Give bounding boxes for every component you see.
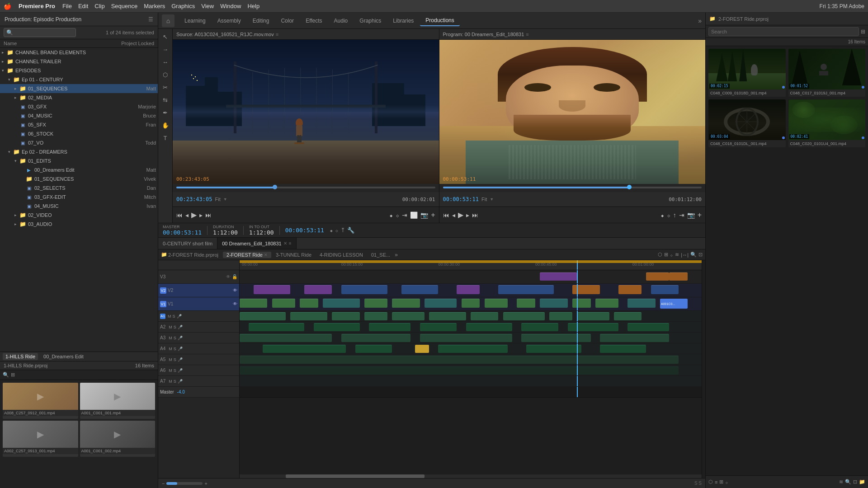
ap-tool-8[interactable]: 📁 bbox=[859, 479, 865, 485]
timeline-scrollbar[interactable] bbox=[240, 474, 702, 478]
hand-tool[interactable]: ✋ bbox=[160, 119, 171, 131]
a2-clip-2[interactable] bbox=[314, 323, 360, 331]
mark-out-icon[interactable]: ⬦ bbox=[396, 211, 399, 219]
a1-clip-3[interactable] bbox=[332, 312, 359, 320]
razor-tool[interactable]: ✂ bbox=[160, 81, 171, 93]
clip-v2-8[interactable] bbox=[618, 285, 642, 294]
project-search-box[interactable]: 🔍 bbox=[4, 28, 76, 37]
forward-tool[interactable]: → bbox=[160, 43, 171, 55]
tree-item-04musicd[interactable]: ▣04_MUSICIvan bbox=[0, 202, 158, 211]
asset-thumb-1[interactable]: 00:02:15 bbox=[708, 49, 786, 89]
add-button[interactable]: + bbox=[431, 211, 435, 219]
list-item[interactable]: ▶ A002_C257_0913_001.mp4 bbox=[3, 421, 78, 457]
menu-item-window[interactable]: Window bbox=[220, 3, 241, 9]
selection-tool[interactable]: ↖ bbox=[160, 31, 171, 42]
tab-effects[interactable]: Effects bbox=[300, 16, 327, 26]
v1-track[interactable]: A001C0... bbox=[240, 297, 702, 311]
ap-tool-5[interactable]: ≋ bbox=[839, 479, 843, 485]
a4-clip-5[interactable] bbox=[600, 345, 646, 353]
a5-long-clip[interactable] bbox=[240, 356, 679, 364]
a4-clip-4[interactable] bbox=[526, 345, 582, 353]
tree-item-04music[interactable]: ▣04_MUSICBruce bbox=[0, 111, 158, 120]
v3-track[interactable] bbox=[240, 270, 702, 284]
a4-track[interactable] bbox=[240, 343, 702, 354]
tl-spanner-btn[interactable]: 🔧 bbox=[347, 227, 354, 234]
a1-clip-4[interactable] bbox=[364, 312, 387, 320]
a4-clip-3[interactable] bbox=[438, 345, 507, 353]
a3-m[interactable]: M bbox=[169, 336, 172, 340]
work-area-bar[interactable] bbox=[240, 260, 702, 263]
menu-item-sequence[interactable]: Sequence bbox=[111, 3, 138, 9]
hamburger-icon[interactable]: ☰ bbox=[148, 16, 153, 23]
tree-item-01seqd[interactable]: 📁01_SEQUENCESVivek bbox=[0, 174, 158, 183]
clip-v2-2[interactable] bbox=[304, 285, 332, 294]
list-item[interactable]: 00:02:15 C048_C009_01018D_001.mp4 bbox=[708, 49, 786, 97]
a5-m[interactable]: M bbox=[169, 357, 172, 362]
clip-v1-14[interactable] bbox=[627, 299, 655, 308]
ap-tool-6[interactable]: 🔍 bbox=[845, 479, 851, 485]
list-item[interactable]: 00:02:41 C048_C020_0101U4_001.mp4 bbox=[788, 99, 866, 147]
a1-clip-9[interactable] bbox=[549, 312, 572, 320]
a7-m[interactable]: M bbox=[169, 379, 172, 384]
a7-track[interactable] bbox=[240, 376, 702, 387]
sub-tab-close[interactable]: ✕ bbox=[264, 253, 268, 257]
text-tool[interactable]: T bbox=[160, 132, 171, 144]
step-fwd-icon[interactable]: ⏭ bbox=[205, 211, 212, 219]
tree-item-01sequences[interactable]: ▸📁01_SEQUENCESMatt bbox=[0, 84, 158, 93]
menu-item-help[interactable]: Help bbox=[247, 3, 259, 9]
clip-v2-9[interactable] bbox=[651, 285, 679, 294]
clip-v2-5[interactable] bbox=[457, 285, 480, 294]
pen-tool[interactable]: ✒ bbox=[160, 107, 171, 118]
a1-clip-10[interactable] bbox=[577, 312, 609, 320]
a2-clip-7[interactable] bbox=[568, 323, 618, 331]
program-scrubber[interactable] bbox=[439, 184, 706, 192]
track-select-tool[interactable]: ↔ bbox=[160, 56, 171, 68]
tab-dreamers-edit[interactable]: 00_Dreamers Edit bbox=[41, 353, 86, 360]
a2-clip-1[interactable] bbox=[249, 323, 304, 331]
clip-v2-3[interactable] bbox=[341, 285, 387, 294]
tree-item-06stock[interactable]: ▣06_STOCK bbox=[0, 129, 158, 138]
tab-color[interactable]: Color bbox=[275, 16, 299, 26]
tree-item-ep02[interactable]: ▾📁Ep 02 - DREAMERS bbox=[0, 147, 158, 156]
clip-v1-3[interactable] bbox=[300, 299, 318, 308]
a2-clip-3[interactable] bbox=[369, 323, 410, 331]
program-fit-dropdown[interactable]: Fit bbox=[481, 197, 487, 202]
list-item[interactable]: ▶ A001_C001_002.mp4 bbox=[80, 421, 156, 457]
tab-editing[interactable]: Editing bbox=[247, 16, 275, 26]
a3-track[interactable] bbox=[240, 333, 702, 343]
prog-lift-icon[interactable]: ↑ bbox=[673, 211, 676, 219]
a3-clip-4[interactable] bbox=[521, 334, 590, 342]
asset-thumb-4[interactable]: 00:02:41 bbox=[788, 99, 866, 140]
ripple-tool[interactable]: ⬡ bbox=[160, 69, 171, 80]
tree-item-03audio[interactable]: ▸📁03_AUDIO bbox=[0, 220, 158, 229]
tl-mark-out-btn[interactable]: ⬦ bbox=[335, 227, 339, 234]
list-item[interactable]: ▶ A008_C257_0912_001.mp4 bbox=[3, 383, 78, 419]
play-button[interactable]: ▶ bbox=[191, 211, 197, 219]
prog-camera-icon[interactable]: 📷 bbox=[687, 211, 695, 219]
asset-view-icon[interactable]: ⊞ bbox=[861, 28, 865, 35]
zoom-in-icon[interactable]: + bbox=[204, 481, 207, 486]
program-video-frame[interactable]: 00:00:53:11 bbox=[439, 40, 706, 184]
asset-thumb-2[interactable]: 00:01:52 bbox=[788, 49, 866, 89]
source-menu-icon[interactable]: ≡ bbox=[276, 32, 278, 37]
tree-item-03gfxedit[interactable]: ▣03_GFX-EDITMitch bbox=[0, 192, 158, 202]
v2-track[interactable] bbox=[240, 284, 702, 297]
tl-tool-5[interactable]: |↔| bbox=[681, 252, 689, 258]
prog-add-button[interactable]: + bbox=[698, 211, 702, 219]
clip-v1-10[interactable] bbox=[517, 299, 535, 308]
a4-clip-1[interactable] bbox=[263, 345, 346, 353]
home-button[interactable]: ⌂ bbox=[162, 14, 175, 27]
asset-search-input[interactable] bbox=[708, 27, 859, 36]
ap-tool-2[interactable]: ≡ bbox=[715, 479, 717, 485]
tree-item-02video[interactable]: ▸📁02_VIDEO bbox=[0, 211, 158, 220]
a1-track[interactable] bbox=[240, 311, 702, 322]
zoom-slider[interactable] bbox=[166, 482, 203, 485]
prog-mark-in-icon[interactable]: ⬥ bbox=[660, 211, 664, 219]
a2-clip-6[interactable] bbox=[521, 323, 558, 331]
tab-productions[interactable]: Productions bbox=[420, 15, 459, 26]
prog-step-back-icon[interactable]: ⏮ bbox=[443, 211, 449, 219]
a1-m-btn[interactable]: M bbox=[168, 314, 171, 319]
a4-s[interactable]: S bbox=[174, 347, 176, 351]
a1-clip-8[interactable] bbox=[503, 312, 545, 320]
tree-item-channel-brand[interactable]: ▸📁CHANNEL BRAND ELEMENTS bbox=[0, 48, 158, 57]
